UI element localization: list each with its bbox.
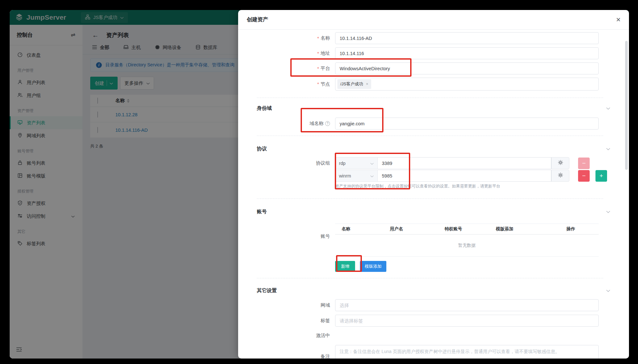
- account-area: 账号 名称 用户名 特权账号 模版添加 操作 暂无数据 新增 模版添加: [238, 224, 629, 272]
- protocol-group-label: 协议组: [316, 160, 330, 166]
- annotation-box-protocols: [335, 153, 410, 189]
- address-field[interactable]: [335, 47, 599, 59]
- account-buttons: 新增 模版添加: [335, 261, 629, 272]
- section-divider: [257, 278, 603, 278]
- account-label: 账号: [238, 233, 335, 239]
- account-empty-state: 暂无数据: [335, 235, 599, 257]
- modal-body: * 名称 * 地址 * 平台 * 节点 /JS客户成功 ×: [238, 30, 629, 359]
- form-row-zone: 网域: [238, 299, 629, 311]
- protocol-row: winrm 5985 − +: [238, 170, 629, 182]
- remove-tag-icon[interactable]: ×: [366, 82, 368, 86]
- chevron-down-icon: [606, 105, 610, 111]
- name-field[interactable]: [335, 32, 599, 44]
- account-col-actions: 操作: [566, 226, 599, 232]
- tags-select[interactable]: [335, 315, 599, 327]
- form-row-domain: 域名称 ?: [238, 118, 629, 129]
- protocol-settings-button[interactable]: [551, 170, 569, 182]
- account-table-header: 名称 用户名 特权账号 模版添加 操作: [335, 224, 599, 235]
- account-section-header[interactable]: 账号: [257, 207, 610, 216]
- form-row-comment: 备注: [238, 345, 629, 359]
- modal-header: 创建资产 ×: [238, 10, 629, 30]
- protocol-section-header[interactable]: 协议: [257, 144, 610, 154]
- active-label: 激活中: [316, 332, 330, 339]
- form-row-address: * 地址: [238, 47, 629, 59]
- protocol-section-title: 协议: [257, 146, 267, 152]
- account-col-template: 模版添加: [496, 226, 566, 232]
- remove-protocol-button[interactable]: −: [578, 170, 590, 182]
- section-divider: [257, 136, 603, 136]
- form-row-node: * 节点 /JS客户成功 ×: [238, 78, 629, 91]
- name-label: 名称: [321, 35, 330, 41]
- node-tag: /JS客户成功 ×: [337, 79, 371, 89]
- chevron-down-icon: [606, 209, 610, 215]
- account-col-name: 名称: [335, 226, 390, 232]
- gear-icon: [558, 160, 563, 167]
- account-section-title: 账号: [257, 208, 267, 215]
- protocol-settings-button[interactable]: [551, 157, 569, 169]
- add-from-template-button[interactable]: 模版添加: [360, 261, 386, 272]
- section-divider: [257, 98, 603, 98]
- scrollbar-thumb[interactable]: [625, 41, 628, 170]
- chevron-down-icon: [606, 146, 610, 152]
- required-asterisk: *: [317, 51, 319, 56]
- gear-icon: [558, 172, 563, 179]
- protocol-row: 协议组 rdp 3389: [238, 157, 629, 169]
- required-asterisk: *: [317, 36, 319, 41]
- tags-label: 标签: [321, 318, 330, 324]
- annotation-box-add-button: [336, 255, 362, 272]
- required-asterisk: *: [317, 81, 319, 87]
- other-settings-header[interactable]: 其它设置: [257, 286, 610, 295]
- comment-label: 备注: [321, 353, 330, 359]
- comment-field[interactable]: [335, 345, 599, 359]
- zone-select[interactable]: [335, 299, 599, 311]
- address-label: 地址: [321, 50, 330, 56]
- section-divider: [257, 198, 603, 199]
- account-table: 名称 用户名 特权账号 模版添加 操作 暂无数据: [335, 224, 599, 257]
- form-row-tags: 标签: [238, 315, 629, 327]
- form-row-active: 激活中: [238, 330, 629, 341]
- modal-title: 创建资产: [247, 16, 268, 23]
- close-icon[interactable]: ×: [616, 16, 621, 24]
- node-label: 节点: [321, 81, 330, 87]
- identity-section-title: 身份域: [257, 105, 272, 112]
- annotation-box-domain: [301, 108, 383, 132]
- add-protocol-button[interactable]: +: [595, 170, 607, 182]
- other-settings-title: 其它设置: [257, 287, 277, 294]
- zone-label: 网域: [321, 302, 330, 308]
- account-col-privileged: 特权账号: [445, 226, 496, 232]
- form-row-name: * 名称: [238, 32, 629, 44]
- node-select[interactable]: /JS客户成功 ×: [335, 78, 599, 91]
- account-col-username: 用户名: [390, 226, 445, 232]
- annotation-box-platform: [290, 58, 411, 77]
- chevron-down-icon: [606, 288, 610, 293]
- node-tag-label: /JS客户成功: [340, 81, 363, 87]
- remove-protocol-button[interactable]: −: [578, 158, 590, 169]
